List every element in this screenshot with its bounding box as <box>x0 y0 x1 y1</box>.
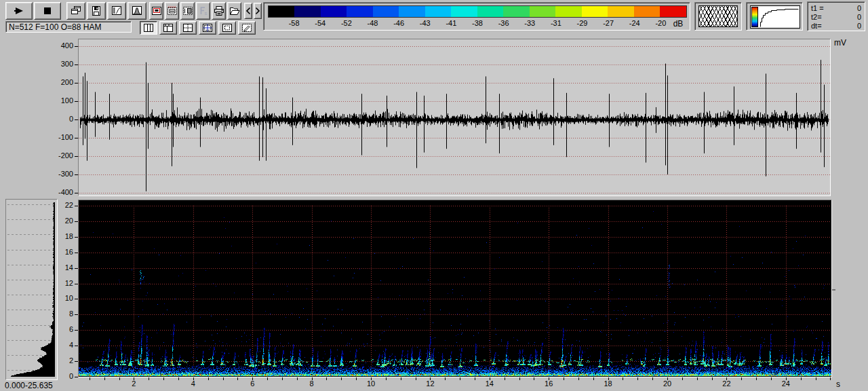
spectrogram-canvas[interactable] <box>79 200 831 377</box>
display-frame-button[interactable] <box>149 2 163 20</box>
axis-tick <box>326 377 327 380</box>
time-tick-label: 4 <box>183 379 203 388</box>
window-overlap-icon <box>698 5 738 27</box>
colorbar-tick-label: -43 <box>413 19 437 27</box>
axis-tick <box>667 377 668 380</box>
layout-edit-button[interactable] <box>238 21 256 35</box>
readout-value: 0 <box>857 22 861 31</box>
axis-tick <box>534 377 534 380</box>
readout-label: t1 = <box>811 4 824 13</box>
axis-tick <box>445 377 446 380</box>
layout-top-strip-icon <box>163 23 174 33</box>
axis-tick <box>282 377 283 380</box>
layout-quad-cursor-button[interactable] <box>199 21 216 35</box>
transfer-curve-button[interactable] <box>107 2 126 20</box>
waveform-plot[interactable] <box>78 39 831 196</box>
average-spectrum-panel[interactable] <box>5 199 58 380</box>
layout-top-strip-button[interactable] <box>159 21 177 35</box>
spectrogram-plot[interactable] <box>78 200 832 377</box>
cascade-windows-button[interactable] <box>66 2 85 20</box>
colorbar-tick-label: -27 <box>596 19 620 27</box>
play-icon <box>13 5 25 16</box>
open-file-button[interactable] <box>227 2 241 20</box>
db-color-gradient <box>268 5 687 18</box>
scroll-left-button[interactable] <box>244 3 252 19</box>
layout-inset-button[interactable] <box>218 21 236 35</box>
axis-tick <box>75 46 78 47</box>
layout-inset-icon <box>222 23 233 33</box>
db-colorbar-panel: -58-54-52-48-46-43-41-38-36-33-31-29-27-… <box>263 2 690 31</box>
axis-tick <box>75 206 78 206</box>
axis-tick <box>119 377 120 380</box>
layout-quad-icon <box>182 23 193 33</box>
axis-tick <box>505 377 505 380</box>
readout-row: t1 =0 <box>811 4 861 13</box>
stop-button[interactable] <box>34 2 61 20</box>
save-button[interactable] <box>87 2 106 20</box>
time-tick-label: 20 <box>657 379 677 388</box>
colorbar-tick-label: -54 <box>308 19 332 27</box>
zoom-frame-button[interactable] <box>165 2 179 20</box>
axis-tick <box>237 377 238 380</box>
axis-tick-label: -100 <box>46 133 73 141</box>
axis-tick <box>90 377 90 380</box>
axis-tick <box>756 377 757 380</box>
time-tick-label: 6 <box>242 379 262 388</box>
axis-tick <box>75 119 78 120</box>
time-tick-label: 24 <box>776 379 796 388</box>
time-tick-label: 14 <box>479 379 500 388</box>
colorbar-unit-label: dB <box>666 19 690 29</box>
chevron-right-icon <box>254 5 261 16</box>
axis-tick <box>608 377 609 380</box>
axis-tick <box>75 330 78 331</box>
sampling-frequency-button[interactable]: s <box>196 2 210 20</box>
axis-tick <box>75 193 78 193</box>
axis-tick <box>75 83 78 83</box>
window-overlap-panel[interactable] <box>694 2 742 31</box>
axis-tick <box>697 377 698 380</box>
colorbar-tick-label: -41 <box>439 19 463 27</box>
color-transfer-panel[interactable] <box>746 2 803 31</box>
readout-row: dt=0 <box>811 22 861 31</box>
play-button[interactable] <box>5 2 33 20</box>
average-spectrum-canvas[interactable] <box>6 200 57 379</box>
waveform-canvas[interactable] <box>79 39 830 196</box>
layout-button-group <box>140 21 256 35</box>
dashed-frame-icon <box>167 5 178 16</box>
window-function-button[interactable] <box>127 2 146 20</box>
axis-tick <box>623 377 623 380</box>
colorbar-tick-label: -38 <box>465 19 490 27</box>
shaded-frame-button[interactable] <box>180 2 195 20</box>
colorbar-tick-label: -24 <box>623 19 647 27</box>
color-transfer-curve-icon <box>750 5 800 29</box>
axis-tick <box>637 377 638 380</box>
axis-tick <box>75 174 78 175</box>
time-tick-label: 18 <box>598 379 618 388</box>
colorbar-tick-label: -52 <box>334 19 359 27</box>
axis-tick <box>312 377 313 380</box>
layout-quad-button[interactable] <box>179 21 197 35</box>
axis-tick <box>652 377 653 380</box>
axis-tick-label: -400 <box>46 188 73 196</box>
axis-tick <box>519 377 520 380</box>
axis-tick <box>134 377 134 380</box>
toolbar-row-2: N=512 F=100 O=88 HAM <box>5 21 256 35</box>
time-tick-label: 2 <box>123 379 144 388</box>
axis-tick <box>75 64 78 65</box>
toolbar-row-1: s <box>5 2 262 20</box>
printer-icon <box>214 5 224 16</box>
layout-columns-button[interactable] <box>140 21 157 35</box>
axis-tick-label: -200 <box>46 151 73 160</box>
open-folder-icon <box>229 5 240 16</box>
axis-tick-label: 0 <box>46 115 73 123</box>
axis-tick <box>75 284 78 284</box>
axis-tick <box>786 377 787 380</box>
axis-tick <box>682 377 683 380</box>
scroll-right-button[interactable] <box>254 3 262 19</box>
axis-tick <box>490 377 490 380</box>
axis-tick-label: 100 <box>46 96 73 105</box>
print-button[interactable] <box>212 2 226 20</box>
stop-icon <box>42 5 53 16</box>
axis-tick <box>801 377 802 380</box>
analysis-status-display: N=512 F=100 O=88 HAM <box>5 21 132 33</box>
